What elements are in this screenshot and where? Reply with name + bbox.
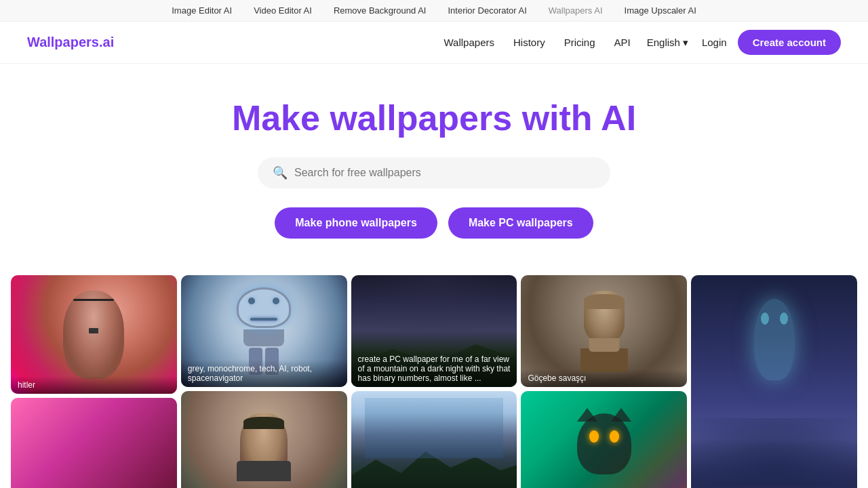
nav-history[interactable]: History [513, 37, 545, 48]
make-pc-wallpapers-button[interactable]: Make PC wallpapers [448, 207, 593, 239]
gallery-label: Un Paisaje de montaña berde [351, 485, 517, 488]
gallery-label: hitler [11, 376, 177, 394]
nav-logo[interactable]: Wallpapers.ai [27, 35, 114, 50]
gallery-label: grey, monochrome, tech, AI, robot, space… [181, 360, 347, 387]
gallery-item[interactable]: hitler [11, 275, 177, 394]
nav-language-label: English [647, 37, 680, 48]
nav-api[interactable]: API [614, 37, 631, 48]
nav-language-selector[interactable]: English ▾ [647, 37, 688, 49]
gallery-col-3: Göçebe savaşçı [521, 275, 687, 488]
gallery-col-4: Слова поцана [691, 275, 857, 488]
top-bar: Image Editor AI Video Editor AI Remove B… [0, 0, 868, 22]
topbar-remove-bg[interactable]: Remove Background AI [334, 5, 427, 16]
gallery-label: create a PC wallpaper for me of a far vi… [351, 350, 517, 387]
gallery-item[interactable] [11, 398, 177, 488]
topbar-interior-decorator[interactable]: Interior Decorator AI [448, 5, 526, 16]
imran-illustration [181, 391, 347, 488]
chevron-down-icon: ▾ [683, 37, 688, 49]
gallery-col-0: hitler [11, 275, 177, 488]
hero-section: Make wallpapers with AI 🔍 Make phone wal… [0, 64, 868, 259]
gallery-item[interactable]: create a PC wallpaper for me of a far vi… [351, 275, 517, 387]
nav-login[interactable]: Login [702, 37, 727, 48]
hero-title: Make wallpapers with AI [14, 98, 854, 138]
gallery-col-1: grey, monochrome, tech, AI, robot, space… [181, 275, 347, 488]
topbar-image-upscaler[interactable]: Image Upscaler AI [625, 5, 696, 16]
nav-create-account-button[interactable]: Create account [738, 30, 841, 55]
make-phone-wallpapers-button[interactable]: Make phone wallpapers [275, 207, 437, 239]
topbar-wallpapers-ai[interactable]: Wallpapers AI [549, 5, 603, 16]
search-bar: 🔍 [258, 157, 610, 188]
topbar-image-editor[interactable]: Image Editor AI [172, 5, 232, 16]
nav: Wallpapers.ai Wallpapers History Pricing… [0, 22, 868, 64]
gallery-item[interactable] [181, 391, 347, 488]
hero-buttons: Make phone wallpapers Make PC wallpapers [14, 207, 854, 239]
gallery: hitler grey, [0, 259, 868, 488]
nav-wallpapers[interactable]: Wallpapers [444, 37, 494, 48]
gallery-item[interactable]: grey, monochrome, tech, AI, robot, space… [181, 275, 347, 387]
gallery-item[interactable]: Un Paisaje de montaña berde [351, 391, 517, 488]
gallery-item[interactable] [521, 391, 687, 488]
topbar-video-editor[interactable]: Video Editor AI [254, 5, 312, 16]
search-icon: 🔍 [273, 165, 288, 180]
gallery-item[interactable]: Слова поцана [691, 275, 857, 488]
gallery-label: Göçebe savaşçı [521, 369, 687, 387]
search-input[interactable] [294, 167, 595, 179]
gallery-col-2: create a PC wallpaper for me of a far vi… [351, 275, 517, 488]
nav-pricing[interactable]: Pricing [564, 37, 595, 48]
gallery-item[interactable]: Göçebe savaşçı [521, 275, 687, 387]
nav-links: Wallpapers History Pricing API [444, 37, 631, 48]
